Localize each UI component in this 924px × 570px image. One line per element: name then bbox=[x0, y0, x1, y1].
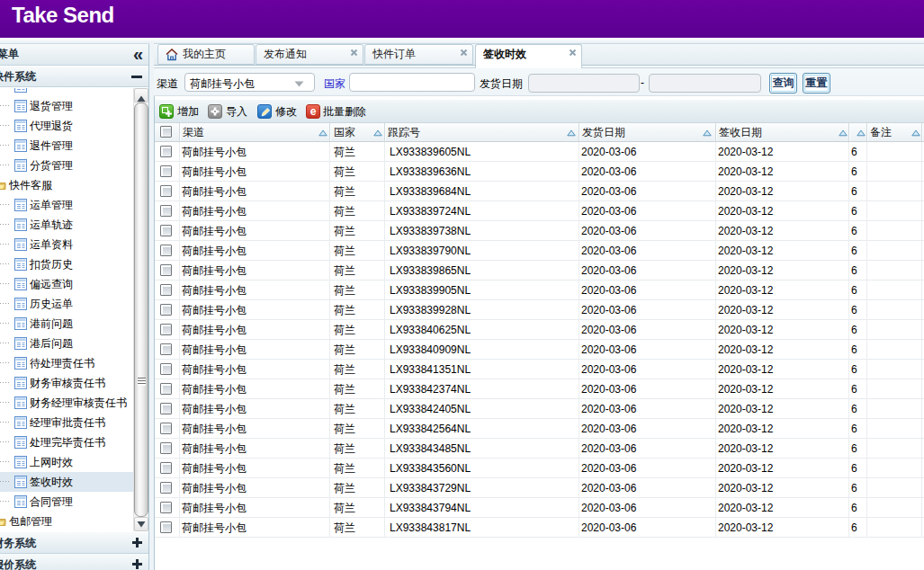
svg-text:e: e bbox=[310, 105, 317, 118]
